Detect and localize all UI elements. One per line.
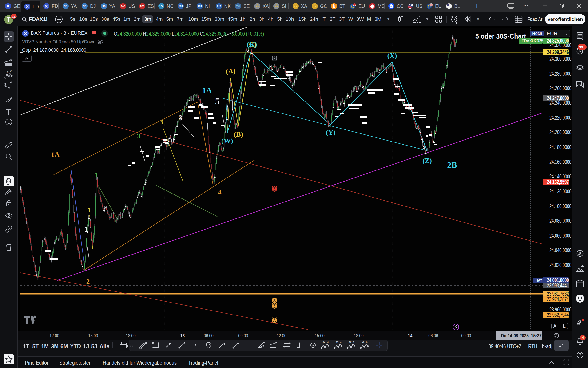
svg-text:A: A [323,340,325,343]
svg-text:30: 30 [102,5,105,8]
svg-text:500: 500 [140,5,144,8]
svg-text:Y: Y [353,340,355,343]
svg-text:3: 3 [179,113,183,122]
svg-text:1A: 1A [202,86,212,95]
svg-text:225: 225 [178,5,183,8]
svg-text:A: A [7,71,9,73]
svg-text:(Y): (Y) [326,128,336,136]
svg-text:2B: 2B [447,160,457,170]
svg-text:4: 4 [218,188,221,196]
svg-text:35E: 35E [236,5,240,8]
svg-text:(X): (X) [387,52,397,60]
svg-text:1A: 1A [51,150,60,158]
svg-text:(K): (K) [247,40,257,48]
svg-text:30: 30 [83,5,86,8]
svg-text:2: 2 [86,278,90,285]
svg-text:(Z): (Z) [422,156,432,165]
svg-text:500: 500 [121,5,125,8]
svg-text:225: 225 [198,5,202,8]
svg-text:₿: ₿ [332,4,335,8]
svg-text:E: E [366,340,368,343]
svg-text:(W): (W) [221,137,233,145]
svg-text:C: C [10,70,12,73]
svg-text:C: C [327,340,329,343]
svg-text:100: 100 [159,5,163,8]
svg-text:225: 225 [217,5,221,8]
svg-text:1: 1 [88,206,91,214]
svg-text:W: W [349,340,352,343]
svg-text:1: 1 [95,171,98,178]
svg-text:(A): (A) [226,67,236,75]
svg-text:1: 1 [85,225,88,233]
svg-text:30: 30 [64,5,67,8]
svg-text:(B): (B) [234,130,243,138]
svg-text:A: A [362,340,364,343]
svg-text:W: W [336,340,339,343]
svg-text:Z: Z [340,340,342,343]
svg-text:5: 5 [215,96,220,106]
svg-text:3: 3 [137,132,140,140]
svg-text:3: 3 [160,118,163,126]
